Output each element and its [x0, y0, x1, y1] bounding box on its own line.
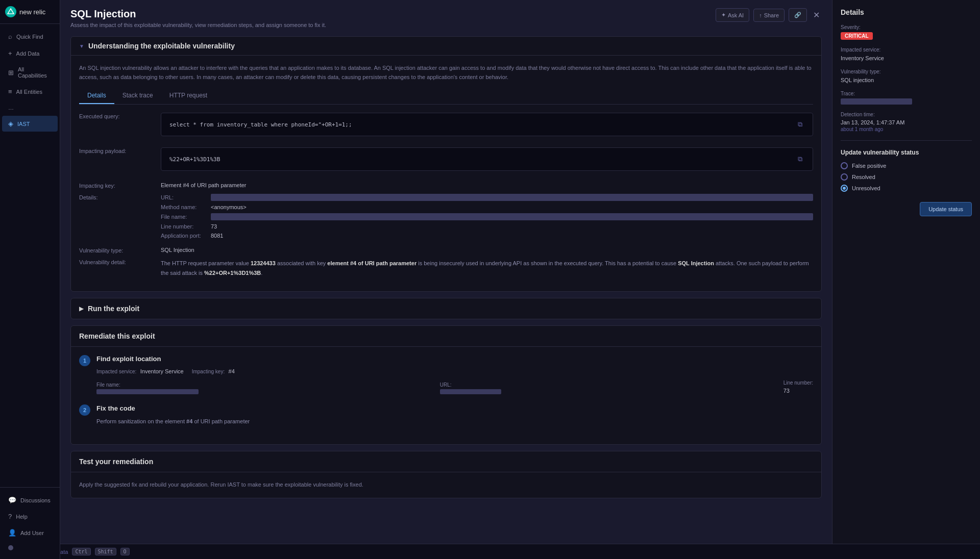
- search-icon: ⌕: [8, 33, 12, 40]
- detection-date: Jan 13, 2024, 1:47:37 AM: [841, 119, 972, 125]
- copy-payload-button[interactable]: ⧉: [796, 154, 804, 164]
- page-header: SQL Injection Assess the impact of this …: [70, 8, 822, 28]
- sidebar-nav: ⌕ Quick Find + Add Data ⊞ All Capabiliti…: [0, 24, 60, 487]
- method-value: <anonymous>: [211, 204, 813, 210]
- sidebar-item-quick-find[interactable]: ⌕ Quick Find: [2, 29, 58, 44]
- step-1-file-url: File name: URL: Line number: 73: [96, 380, 813, 394]
- update-status-title: Update vulnerability status: [841, 149, 972, 156]
- copy-query-button[interactable]: ⧉: [796, 119, 804, 130]
- method-row: Method name: <anonymous>: [161, 204, 813, 210]
- severity-label: Severity:: [841, 24, 972, 30]
- impacting-payload-code: %22+OR+1%3D1%3B ⧉: [161, 147, 813, 171]
- radio-unresolved[interactable]: Unresolved: [841, 185, 972, 192]
- line-value: 73: [211, 223, 813, 230]
- sidebar-item-label: Add User: [20, 530, 44, 536]
- step-2-content: Fix the code Perform sanitization on the…: [96, 404, 813, 426]
- update-status-section: Update vulnerability status False positi…: [841, 149, 972, 192]
- sidebar-item-add-data[interactable]: + Add Data: [2, 45, 58, 61]
- right-panel: Details Severity: CRITICAL Impacted serv…: [832, 0, 980, 544]
- remediate-title: Remediate this exploit: [79, 332, 155, 340]
- port-label: Application port:: [161, 233, 207, 239]
- step-1-line: Line number: 73: [783, 380, 813, 394]
- unresolved-label: Unresolved: [852, 185, 880, 191]
- impacting-payload-value-container: %22+OR+1%3D1%3B ⧉: [161, 147, 813, 177]
- ai-icon: ✦: [721, 12, 726, 18]
- detection-relative: about 1 month ago: [841, 126, 972, 132]
- sidebar-item-iast[interactable]: ◈ IAST: [2, 116, 58, 132]
- sidebar-item-label: All Entities: [16, 89, 42, 95]
- chevron-down-icon: ▼: [79, 43, 84, 49]
- impacting-payload-label: Impacting payload:: [79, 147, 161, 154]
- run-exploit-section: ▶ Run the exploit: [70, 298, 822, 319]
- impacting-payload-text: %22+OR+1%3D1%3B: [169, 156, 220, 163]
- understanding-title: Understanding the exploitable vulnerabil…: [88, 42, 235, 50]
- impacting-key-row: Impacting key: Element #4 of URI path pa…: [79, 182, 813, 189]
- sidebar-item-discussions[interactable]: 💬 Discussions: [2, 492, 58, 508]
- run-exploit-header[interactable]: ▶ Run the exploit: [71, 298, 821, 319]
- close-button[interactable]: ✕: [811, 8, 822, 22]
- user-icon: 👤: [8, 529, 16, 537]
- step-1-meta: Impacted service: Inventory Service Impa…: [96, 368, 813, 375]
- chevron-right-icon: ▶: [79, 305, 84, 312]
- test-body: Apply the suggested fix and rebuild your…: [71, 472, 821, 498]
- test-title: Test your remediation: [79, 458, 153, 466]
- page-title-section: SQL Injection Assess the impact of this …: [70, 8, 326, 28]
- false-positive-label: False positive: [852, 163, 886, 169]
- key-shift: Shift: [95, 548, 116, 555]
- understanding-section-header[interactable]: ▼ Understanding the exploitable vulnerab…: [71, 37, 821, 56]
- file-label: File name:: [96, 382, 432, 388]
- link-icon: 🔗: [794, 12, 801, 18]
- content-area: SQL Injection Assess the impact of this …: [60, 0, 832, 544]
- step-1-content: Find exploit location Impacted service: …: [96, 355, 813, 394]
- impacted-service-label: Impacted service:: [841, 47, 972, 53]
- impacted-service-field: Impacted service: Inventory Service: [841, 47, 972, 62]
- impacting-key-value: Element #4 of URI path parameter: [161, 182, 813, 188]
- method-label: Method name:: [161, 204, 207, 210]
- app-logo: new relic: [0, 0, 60, 24]
- details-label: Details:: [79, 194, 161, 200]
- key-label: Impacting key:: [192, 369, 225, 374]
- sidebar-item-add-user[interactable]: 👤 Add User: [2, 525, 58, 541]
- sidebar-item-label: IAST: [17, 121, 30, 127]
- tab-http-request[interactable]: HTTP request: [161, 88, 215, 104]
- service-value: Inventory Service: [140, 368, 184, 374]
- link-button[interactable]: 🔗: [789, 8, 807, 22]
- sidebar-item-all-entities[interactable]: ≡ All Entities: [2, 84, 58, 99]
- remediate-section: Remediate this exploit 1 Find exploit lo…: [70, 325, 822, 445]
- share-icon: ↑: [759, 12, 762, 18]
- radio-resolved[interactable]: Resolved: [841, 173, 972, 181]
- ask-ai-button[interactable]: ✦ Ask AI: [716, 8, 749, 22]
- sidebar-item-more[interactable]: …: [2, 100, 58, 115]
- line-row: Line number: 73: [161, 223, 813, 230]
- run-exploit-title: Run the exploit: [88, 304, 139, 313]
- update-status-button[interactable]: Update status: [920, 202, 972, 216]
- sidebar-item-label: Quick Find: [16, 34, 43, 40]
- radio-false-positive[interactable]: False positive: [841, 162, 972, 169]
- share-button[interactable]: ↑ Share: [753, 9, 785, 22]
- step-1-key: Impacting key: #4: [192, 368, 235, 375]
- sidebar-item-help[interactable]: ? Help: [2, 509, 58, 524]
- remediate-header: Remediate this exploit: [71, 326, 821, 347]
- remediate-body: 1 Find exploit location Impacted service…: [71, 347, 821, 445]
- tab-stack-trace[interactable]: Stack trace: [114, 88, 161, 104]
- sidebar-bottom: 💬 Discussions ? Help 👤 Add User: [0, 487, 60, 559]
- service-label: Impacted service:: [96, 369, 136, 374]
- file-row: File name:: [161, 213, 813, 220]
- step-1-filename: File name:: [96, 382, 432, 394]
- step-2-instruction: Perform sanitization on the element #4 o…: [96, 417, 813, 426]
- tab-details[interactable]: Details: [79, 88, 114, 104]
- list-icon: ≡: [8, 88, 12, 95]
- grid-icon: ⊞: [8, 69, 14, 77]
- test-section: Test your remediation Apply the suggeste…: [70, 451, 822, 498]
- detection-field: Detection time: Jan 13, 2024, 1:47:37 AM…: [841, 112, 972, 132]
- details-url-row: Details: URL: Method name: <anonymous> F…: [79, 194, 813, 242]
- trace-bar: [841, 98, 912, 105]
- executed-query-row: Executed query: select * from inventory_…: [79, 113, 813, 142]
- executed-query-text: select * from inventory_table where phon…: [169, 121, 352, 128]
- sidebar-item-status: [2, 541, 58, 554]
- detail-tabs: Details Stack trace HTTP request: [79, 88, 813, 105]
- more-label: …: [8, 105, 14, 111]
- filename-blurred: [96, 389, 199, 394]
- sidebar-item-all-capabilities[interactable]: ⊞ All Capabilities: [2, 62, 58, 83]
- impacting-payload-row: Impacting payload: %22+OR+1%3D1%3B ⧉: [79, 147, 813, 177]
